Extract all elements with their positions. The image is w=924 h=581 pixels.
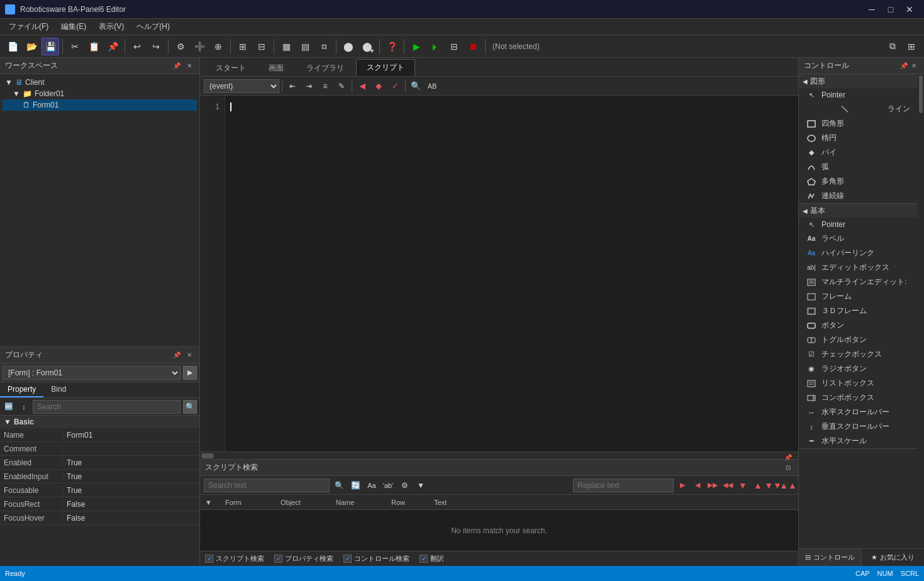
editor-scrollbar[interactable]: [200, 451, 798, 459]
basic-frame[interactable]: フレーム: [799, 289, 918, 304]
align-left-button[interactable]: ≡: [318, 79, 333, 94]
property-search-button[interactable]: 🔍: [183, 400, 197, 414]
editor-scrollbar-thumb[interactable]: [201, 453, 214, 458]
tb-run2-button[interactable]: ⏵: [426, 38, 444, 55]
search-dropdown-button[interactable]: ▼: [414, 479, 428, 492]
basic-pointer[interactable]: ↖ Pointer: [799, 218, 918, 231]
bookmark3-button[interactable]: ✓: [387, 79, 403, 94]
col-form[interactable]: Form: [225, 499, 276, 506]
tab-script[interactable]: スクリプト: [356, 59, 415, 76]
menu-edit[interactable]: 編集(E): [55, 20, 92, 33]
search-filter1-button[interactable]: ▼: [737, 479, 749, 492]
basic-listbox[interactable]: リストボックス: [799, 376, 918, 390]
basic-button[interactable]: ボタン: [799, 318, 918, 333]
menu-file[interactable]: ファイル(F): [3, 20, 55, 33]
tb-prop-button[interactable]: ⧉: [884, 38, 901, 55]
controls-tab[interactable]: ⊟ コントロール: [799, 549, 862, 566]
prop-focushover-row[interactable]: FocusHover False: [0, 511, 199, 525]
tb-cut-button[interactable]: ✂: [66, 38, 84, 55]
tb-grid-button[interactable]: ⊞: [234, 38, 252, 55]
tab-screen[interactable]: 画面: [258, 60, 294, 76]
tb-add-button[interactable]: ➕: [191, 38, 208, 55]
prop-comment-row[interactable]: Comment: [0, 442, 199, 456]
prop-sort-button[interactable]: ↕: [18, 401, 30, 413]
event-dropdown[interactable]: (event): [204, 79, 279, 93]
search-execute-button[interactable]: 🔍: [332, 479, 346, 492]
prop-focusrect-row[interactable]: FocusRect False: [0, 497, 199, 511]
basic-vscrollbar[interactable]: ↕ 垂直スクロールバー: [799, 419, 918, 434]
tb-help-button[interactable]: ❓: [383, 38, 401, 55]
tab-bind[interactable]: Bind: [43, 382, 74, 397]
right-panel-close-button[interactable]: ✕: [909, 61, 919, 71]
basic-hscale[interactable]: ━ 水平スケール: [799, 434, 918, 448]
basic-hscrollbar[interactable]: ↔ 水平スクロールバー: [799, 405, 918, 419]
tb-run-button[interactable]: ▶: [408, 38, 425, 55]
menu-help[interactable]: ヘルプ(H): [130, 20, 176, 33]
menu-view[interactable]: 表示(V): [92, 20, 130, 33]
search-panel-pin-button[interactable]: 📌: [783, 453, 793, 463]
col-text[interactable]: Text: [434, 499, 497, 506]
shape-pie[interactable]: ◆ パイ: [799, 145, 918, 160]
close-button[interactable]: ✕: [900, 0, 919, 19]
search-replace-prev-button[interactable]: ◀◀: [721, 479, 734, 492]
prop-name-row[interactable]: Name Form01: [0, 428, 199, 442]
shape-line[interactable]: ライン: [799, 102, 918, 116]
basic-hyperlink[interactable]: Aa ハイパーリンク: [799, 246, 918, 260]
shape-polygon[interactable]: 多角形: [799, 174, 918, 189]
indent-right-button[interactable]: ⇥: [301, 79, 316, 94]
bookmark1-button[interactable]: ◀: [355, 79, 370, 94]
maximize-button[interactable]: □: [881, 0, 900, 19]
right-scrollbar-thumb[interactable]: [919, 75, 923, 113]
tree-item-form01[interactable]: 🗒 Form01: [3, 99, 197, 111]
properties-close-button[interactable]: ✕: [184, 350, 194, 360]
tb-new-button[interactable]: 📄: [4, 38, 21, 55]
tab-library[interactable]: ライブラリ: [296, 60, 355, 76]
search-text-input[interactable]: [204, 479, 330, 492]
right-scrollbar-track[interactable]: [918, 74, 924, 548]
shape-arc[interactable]: 弧: [799, 160, 918, 174]
search-panel-float-button[interactable]: ⊡: [783, 463, 793, 473]
regex-button[interactable]: AB: [425, 79, 440, 94]
properties-pin-button[interactable]: 📌: [172, 350, 182, 360]
tab-start[interactable]: スタート: [205, 60, 257, 76]
search-case-button[interactable]: Aa: [365, 479, 379, 492]
basic-multiline[interactable]: マルチラインエディット:: [799, 275, 918, 289]
tb-form-button[interactable]: ▦: [277, 38, 295, 55]
shape-pointer[interactable]: ↖ Pointer: [799, 88, 918, 102]
cb-ctrl-search[interactable]: ✓ コントロール検索: [343, 554, 409, 563]
property-search-input[interactable]: [33, 400, 181, 414]
tb-redo-button[interactable]: ↪: [147, 38, 165, 55]
bookmark2-button[interactable]: ◆: [371, 79, 386, 94]
tb-tool1-button[interactable]: ⬤: [340, 38, 357, 55]
right-panel-pin-button[interactable]: 📌: [899, 61, 909, 71]
favorites-tab[interactable]: ★ お気に入り: [862, 549, 924, 566]
shape-ellipse[interactable]: 楕円: [799, 131, 918, 145]
tb-copy-button[interactable]: 📋: [85, 38, 103, 55]
col-sort[interactable]: ▼: [205, 499, 220, 506]
search-settings-button[interactable]: ⚙: [398, 479, 411, 492]
col-object[interactable]: Object: [281, 499, 331, 506]
col-name[interactable]: Name: [336, 499, 386, 506]
search-filter2-button[interactable]: ▲: [752, 479, 764, 492]
tb-prop2-button[interactable]: ⊞: [903, 38, 920, 55]
comment-button[interactable]: ✎: [334, 79, 349, 94]
shape-rect[interactable]: 四角形: [799, 116, 918, 131]
basic-toggle[interactable]: トグルボタン: [799, 333, 918, 347]
property-selector[interactable]: [Form] : Form01: [3, 366, 181, 380]
tb-open-button[interactable]: 📂: [23, 38, 40, 55]
tb-paste-button[interactable]: 📌: [104, 38, 121, 55]
basic-frame3d[interactable]: ３Ｄフレーム: [799, 304, 918, 318]
tb-view-button[interactable]: ⧈: [315, 38, 333, 55]
property-nav-button[interactable]: ▶: [183, 366, 197, 380]
minimize-button[interactable]: ─: [862, 0, 881, 19]
basic-combobox[interactable]: コンボボックス: [799, 390, 918, 405]
tb-tool1b-button[interactable]: ⬤▼: [359, 38, 376, 55]
search-filter4-button[interactable]: ▲▲: [782, 479, 794, 492]
basic-checkbox[interactable]: ☑ チェックボックス: [799, 347, 918, 362]
search-word-button[interactable]: 'ab': [381, 479, 395, 492]
tree-item-folder01[interactable]: ▼ 📁 Folder01: [3, 88, 197, 99]
search-icon-button[interactable]: 🔍: [408, 79, 423, 94]
search-replace-next-button[interactable]: ▶▶: [706, 479, 719, 492]
search-prev-button[interactable]: ◀: [691, 479, 704, 492]
tb-undo-button[interactable]: ↩: [128, 38, 146, 55]
